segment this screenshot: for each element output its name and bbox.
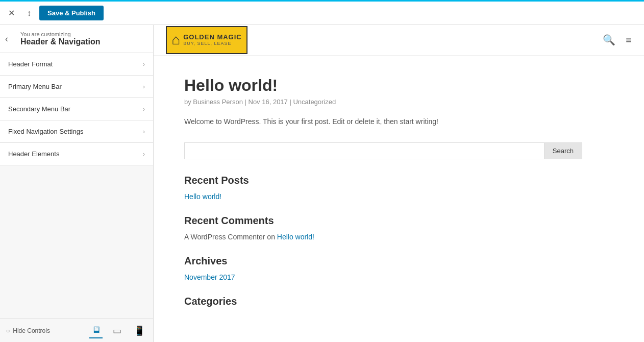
logo-text: GOLDEN MAGIC BUY, SELL, LEASE (183, 34, 242, 46)
sidebar-menu: Header Format›Primary Menu Bar›Secondary… (0, 53, 153, 319)
post-body: Welcome to WordPress. This is your first… (184, 116, 582, 127)
customizing-label: You are customizing (20, 31, 145, 37)
sidebar-item-label: Header Elements (8, 150, 59, 158)
post-meta: by Business Person | Nov 16, 2017 | Unca… (184, 98, 582, 106)
close-button[interactable]: ✕ (4, 6, 19, 20)
section-title: Header & Navigation (20, 37, 100, 46)
chevron-icon: › (143, 128, 145, 135)
hide-controls-label: Hide Controls (13, 327, 50, 334)
archives-title: Archives (184, 255, 582, 267)
recent-posts-title: Recent Posts (184, 175, 582, 186)
sidebar: ‹ You are customizing Header & Navigatio… (0, 25, 154, 342)
post-title: Hello world! (184, 76, 582, 95)
search-widget: Search (184, 142, 582, 159)
main-layout: ‹ You are customizing Header & Navigatio… (0, 25, 644, 342)
reorder-button[interactable]: ↕ (23, 7, 35, 20)
mobile-device-button[interactable]: 📱 (132, 323, 147, 338)
sidebar-item-primary-menu-bar[interactable]: Primary Menu Bar› (0, 76, 153, 98)
sidebar-item-label: Header Format (8, 60, 53, 68)
sidebar-item-label: Primary Menu Bar (8, 83, 62, 90)
sidebar-header: ‹ You are customizing Header & Navigatio… (0, 25, 153, 53)
bottom-controls: ○ Hide Controls 🖥 ▭ 📱 (0, 319, 153, 342)
archive-link[interactable]: November 2017 (184, 273, 582, 281)
logo-area: ⌂ GOLDEN MAGIC BUY, SELL, LEASE (166, 26, 247, 54)
recent-post-link[interactable]: Hello world! (184, 192, 582, 201)
logo-box: ⌂ GOLDEN MAGIC BUY, SELL, LEASE (166, 26, 247, 54)
hide-controls-button[interactable]: ○ Hide Controls (6, 327, 50, 334)
archives-widget: Archives November 2017 (184, 255, 582, 281)
comment-line: A WordPress Commenter on Hello world! (184, 233, 582, 241)
save-publish-button[interactable]: Save & Publish (39, 6, 104, 20)
header-menu-button[interactable]: ≡ (626, 34, 632, 46)
chevron-icon: › (143, 106, 145, 113)
comment-post-link[interactable]: Hello world! (277, 233, 314, 241)
chevron-icon: › (143, 61, 145, 68)
sidebar-item-header-elements[interactable]: Header Elements› (0, 143, 153, 165)
back-button[interactable]: ‹ (5, 34, 8, 44)
recent-posts-list: Hello world! (184, 192, 582, 201)
sidebar-item-label: Fixed Navigation Settings (8, 128, 83, 135)
recent-comments-title: Recent Comments (184, 215, 582, 227)
recent-posts-widget: Recent Posts Hello world! (184, 175, 582, 201)
chevron-icon: › (143, 83, 145, 90)
sidebar-item-header-format[interactable]: Header Format› (0, 53, 153, 76)
recent-comments-widget: Recent Comments A WordPress Commenter on… (184, 215, 582, 241)
preview-content: Hello world! by Business Person | Nov 16… (154, 56, 613, 342)
top-bar: ✕ ↕ Save & Publish (0, 2, 644, 25)
commenter-name: A WordPress Commenter (184, 233, 265, 241)
search-button[interactable]: Search (544, 142, 582, 159)
tablet-device-button[interactable]: ▭ (111, 323, 123, 338)
categories-widget: Categories (184, 296, 582, 307)
archives-list: November 2017 (184, 273, 582, 281)
desktop-device-button[interactable]: 🖥 (89, 323, 103, 338)
sidebar-item-fixed-navigation-settings[interactable]: Fixed Navigation Settings› (0, 120, 153, 143)
brand-name: GOLDEN MAGIC (183, 34, 242, 41)
categories-title: Categories (184, 296, 582, 307)
circle-icon: ○ (6, 327, 10, 334)
comment-on-text: on (267, 233, 275, 241)
chevron-icon: › (143, 151, 145, 158)
header-icons: 🔍 ≡ (603, 34, 632, 46)
sidebar-item-secondary-menu-bar[interactable]: Secondary Menu Bar› (0, 98, 153, 120)
preview-header: ⌂ GOLDEN MAGIC BUY, SELL, LEASE 🔍 ≡ (154, 25, 644, 56)
logo-house-icon: ⌂ (171, 32, 180, 48)
preview-area: ⌂ GOLDEN MAGIC BUY, SELL, LEASE 🔍 ≡ Hell… (154, 25, 644, 342)
header-search-button[interactable]: 🔍 (603, 34, 615, 46)
sidebar-item-label: Secondary Menu Bar (8, 105, 70, 113)
search-input[interactable] (184, 142, 544, 159)
brand-tagline: BUY, SELL, LEASE (183, 41, 242, 46)
